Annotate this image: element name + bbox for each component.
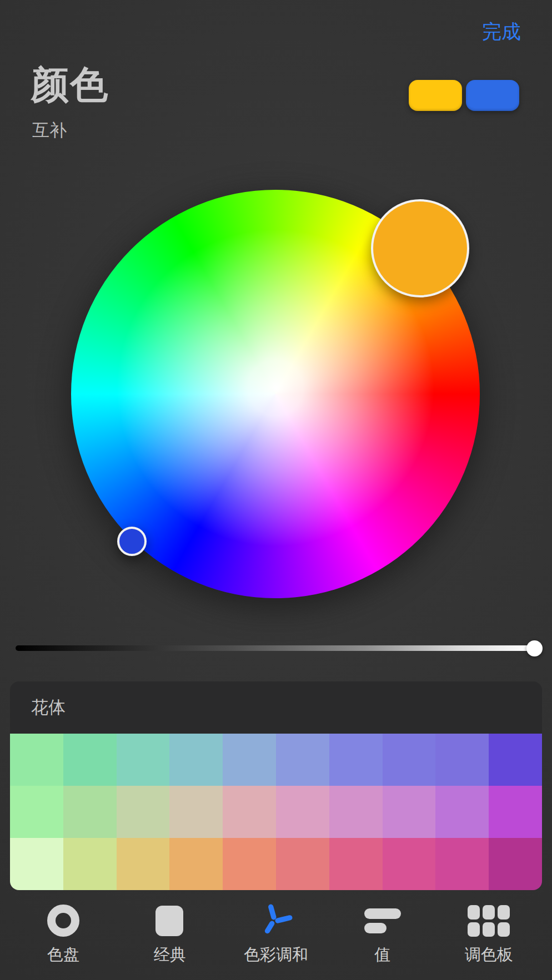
classic-square-icon <box>155 906 183 936</box>
palette-swatch[interactable] <box>117 838 170 890</box>
palette-swatch[interactable] <box>117 786 170 838</box>
current-color-pair <box>409 80 519 111</box>
brightness-slider-knob[interactable] <box>526 640 543 656</box>
color-picker-panel: 完成 颜色 互补 花体 色盘 经典 <box>0 0 552 980</box>
palette-swatch[interactable] <box>117 734 170 786</box>
palette-panel: 花体 <box>10 681 542 890</box>
done-button[interactable]: 完成 <box>482 19 521 45</box>
tab-bar: 色盘 经典 色彩调和 <box>0 895 552 980</box>
tab-classic[interactable]: 经典 <box>133 895 205 966</box>
harmony-mode-label[interactable]: 互补 <box>32 119 67 142</box>
tab-value-label: 值 <box>374 944 390 966</box>
secondary-color-handle[interactable] <box>117 527 147 556</box>
tab-value[interactable]: 值 <box>347 895 419 966</box>
disc-icon <box>47 905 79 937</box>
palette-swatch[interactable] <box>276 838 329 890</box>
palette-swatch[interactable] <box>169 838 223 890</box>
palette-header: 花体 <box>10 681 542 734</box>
tab-disc-label: 色盘 <box>47 944 79 966</box>
palette-swatch[interactable] <box>489 838 542 890</box>
palette-swatch[interactable] <box>63 734 117 786</box>
palette-name: 花体 <box>31 696 66 719</box>
palette-swatch[interactable] <box>10 786 63 838</box>
primary-color-handle[interactable] <box>371 199 469 297</box>
tab-classic-label: 经典 <box>153 944 185 966</box>
palette-swatch[interactable] <box>169 786 223 838</box>
tab-harmony[interactable]: 色彩调和 <box>240 895 312 966</box>
primary-color-swatch[interactable] <box>409 80 462 111</box>
palette-grid <box>10 734 542 890</box>
tab-palettes-label: 调色板 <box>465 944 513 966</box>
brightness-slider-track[interactable] <box>16 645 530 651</box>
palette-swatch[interactable] <box>383 734 436 786</box>
palette-swatch[interactable] <box>10 734 63 786</box>
palette-swatch[interactable] <box>223 786 276 838</box>
palette-swatch[interactable] <box>223 838 276 890</box>
palette-swatch[interactable] <box>383 786 436 838</box>
palette-swatch[interactable] <box>329 838 383 890</box>
secondary-color-swatch[interactable] <box>466 80 519 111</box>
palette-swatch[interactable] <box>383 838 436 890</box>
tab-palettes[interactable]: 调色板 <box>453 895 525 966</box>
value-bars-icon <box>364 908 401 933</box>
palette-swatch[interactable] <box>435 734 489 786</box>
palettes-grid-icon <box>468 905 510 937</box>
palette-swatch[interactable] <box>435 786 489 838</box>
tab-disc[interactable]: 色盘 <box>27 895 99 966</box>
palette-swatch[interactable] <box>489 786 542 838</box>
tab-harmony-label: 色彩调和 <box>244 944 308 966</box>
harmony-y-icon <box>259 903 293 938</box>
palette-swatch[interactable] <box>489 734 542 786</box>
palette-swatch[interactable] <box>63 838 117 890</box>
palette-swatch[interactable] <box>223 734 276 786</box>
brightness-slider <box>0 633 552 664</box>
palette-swatch[interactable] <box>329 734 383 786</box>
palette-swatch[interactable] <box>276 786 329 838</box>
palette-swatch[interactable] <box>329 786 383 838</box>
palette-swatch[interactable] <box>276 734 329 786</box>
palette-swatch[interactable] <box>169 734 223 786</box>
palette-swatch[interactable] <box>10 838 63 890</box>
palette-swatch[interactable] <box>63 786 117 838</box>
palette-swatch[interactable] <box>435 838 489 890</box>
page-title: 颜色 <box>31 60 109 110</box>
